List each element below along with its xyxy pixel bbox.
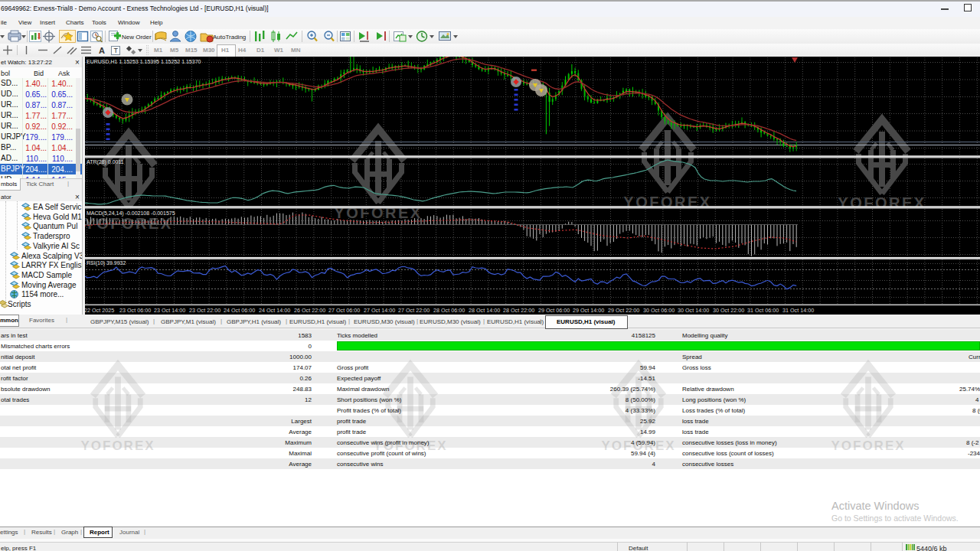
svg-text:23 Oct 14:00: 23 Oct 14:00 [154,307,185,314]
svg-text:23 Oct 22:00: 23 Oct 22:00 [189,307,220,314]
svg-text:27 Oct 06:00: 27 Oct 06:00 [328,307,360,314]
svg-text:YOFOREX: YOFOREX [831,439,905,453]
svg-text:31 Oct 06:00: 31 Oct 06:00 [747,307,779,314]
svg-text:RSI(10) 39.9932: RSI(10) 39.9932 [87,260,126,266]
svg-text:24 Oct 06:00: 24 Oct 06:00 [224,307,255,314]
svg-text:T: T [114,47,119,54]
svg-text:27 Oct 22:00: 27 Oct 22:00 [398,307,430,314]
svg-text:ATR(28) 0.0011: ATR(28) 0.0011 [87,159,124,165]
svg-text:26 Oct 22:00: 26 Oct 22:00 [294,307,325,314]
svg-text:30 Oct 14:00: 30 Oct 14:00 [678,307,709,314]
svg-text:31 Oct 14:00: 31 Oct 14:00 [782,307,814,314]
svg-text:28 Oct 22:00: 28 Oct 22:00 [503,307,534,314]
svg-text:30 Oct 22:00: 30 Oct 22:00 [713,307,744,314]
svg-text:29 Oct 14:00: 29 Oct 14:00 [573,307,604,314]
svg-text:27 Oct 14:00: 27 Oct 14:00 [364,307,395,314]
svg-text:29 Oct 06:00: 29 Oct 06:00 [538,307,570,314]
svg-text:23 Oct 06:00: 23 Oct 06:00 [119,307,151,314]
svg-text:28 Oct 14:00: 28 Oct 14:00 [469,307,500,314]
svg-text:24 Oct 14:00: 24 Oct 14:00 [259,307,290,314]
svg-text:29 Oct 22:00: 29 Oct 22:00 [608,307,639,314]
svg-text:EURUSD,H1 1.15253 1.15395 1.1: EURUSD,H1 1.15253 1.15395 1.15252 1.1537… [87,59,201,64]
svg-text:MACD(5,24,14) -0.002108 -0.001: MACD(5,24,14) -0.002108 -0.001575 [87,210,175,217]
svg-text:YOFOREX: YOFOREX [838,194,926,211]
svg-text:A: A [99,46,105,55]
svg-text:28 Oct 06:00: 28 Oct 06:00 [433,307,465,314]
svg-text:30 Oct 06:00: 30 Oct 06:00 [643,307,675,314]
svg-text:22 Oct 2025: 22 Oct 2025 [85,307,114,314]
